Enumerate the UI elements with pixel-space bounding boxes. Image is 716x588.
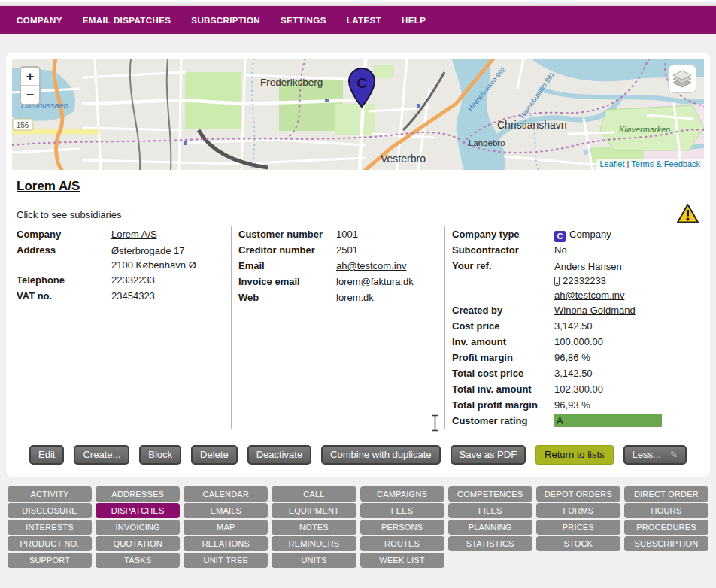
combine-with-duplicate-button[interactable]: Combine with duplicate: [321, 445, 440, 465]
tab-emails[interactable]: EMAILS: [184, 503, 268, 518]
subcontractor-value: No: [554, 242, 704, 258]
warning-icon[interactable]: [676, 203, 699, 227]
mobile-phone-icon: [554, 277, 560, 286]
tab-routes[interactable]: ROUTES: [360, 536, 444, 551]
tab-map[interactable]: MAP: [184, 520, 268, 535]
zoom-out-button[interactable]: −: [21, 86, 39, 104]
tab-disclosure[interactable]: DISCLOSURE: [8, 503, 92, 518]
customer-number-row: Customer number 1001: [238, 226, 444, 242]
tab-notes[interactable]: NOTES: [272, 520, 356, 535]
telephone-label: Telephone: [17, 272, 111, 288]
edit-button[interactable]: Edit: [29, 445, 64, 465]
customer-rating-row: Customer rating A: [452, 413, 704, 429]
less-button[interactable]: Less...✎: [623, 445, 687, 465]
tab-hours[interactable]: HOURS: [624, 503, 708, 518]
page-top-gradient: [0, 0, 716, 6]
tab-prices[interactable]: PRICES: [536, 520, 620, 535]
tab-statistics[interactable]: STATISTICS: [448, 536, 532, 551]
customer-number-value: 1001: [336, 226, 444, 242]
tab-subscription[interactable]: SUBSCRIPTION: [624, 536, 708, 551]
deactivate-button[interactable]: Deactivate: [247, 445, 311, 465]
tab-direct-order[interactable]: DIRECT ORDER: [624, 486, 708, 502]
delete-button[interactable]: Delete: [191, 445, 238, 465]
map-label-vesterbro: Vesterbro: [381, 153, 426, 165]
tab-activity[interactable]: ACTIVITY: [8, 486, 92, 502]
nav-item-settings[interactable]: SETTINGS: [281, 16, 326, 25]
nav-item-help[interactable]: HELP: [402, 16, 426, 25]
tab-addresses[interactable]: ADDRESSES: [96, 486, 180, 502]
subsidiaries-hint[interactable]: Click to see subsidiaries: [17, 209, 704, 220]
nav-item-email-dispatches[interactable]: EMAIL DISPATCHES: [83, 16, 171, 25]
create-button[interactable]: Create...: [74, 445, 129, 465]
tab-procedures[interactable]: PROCEDURES: [624, 520, 708, 535]
zoom-in-button[interactable]: +: [21, 68, 39, 86]
tab-week-list[interactable]: WEEK LIST: [360, 553, 444, 568]
tab-depot-orders[interactable]: DEPOT ORDERS: [536, 486, 620, 502]
company-row: Company Lorem A/S: [17, 226, 231, 242]
module-tab-grid: ACTIVITY ADDRESSES CALENDAR CALL CAMPAIG…: [8, 486, 708, 568]
tab-interests[interactable]: INTERESTS: [8, 520, 92, 535]
tab-forms[interactable]: FORMS: [536, 503, 620, 518]
tab-campaigns[interactable]: CAMPAIGNS: [360, 486, 444, 502]
tab-units[interactable]: UNITS: [272, 553, 356, 568]
cost-price-row: Cost price 3,142.50: [452, 318, 704, 334]
nav-item-subscription[interactable]: SUBSCRIPTION: [191, 16, 260, 25]
total-profit-margin-row: Total profit margin 96,93 %: [452, 397, 704, 413]
invoice-email-link[interactable]: lorem@faktura.dk: [336, 276, 414, 287]
page-title[interactable]: Lorem A/S: [17, 179, 80, 194]
tab-product-no[interactable]: PRODUCT NO.: [8, 536, 92, 551]
tab-stock[interactable]: STOCK: [536, 536, 620, 551]
tab-quotation[interactable]: QUOTATION: [96, 536, 180, 551]
email-link[interactable]: ah@testcom.inv: [336, 260, 406, 271]
save-as-pdf-button[interactable]: Save as PDF: [451, 445, 526, 465]
action-buttons-row: Edit Create... Block Delete Deactivate C…: [12, 445, 704, 465]
details-column-left: Company Lorem A/S Address Østerbrogade 1…: [12, 226, 232, 429]
your-ref-name: Anders Hansen: [554, 261, 622, 272]
terms-feedback-link[interactable]: Terms & Feedback: [631, 159, 700, 168]
leaflet-link[interactable]: Leaflet: [599, 159, 624, 168]
your-ref-row: Your ref. Anders Hansen 22332233 ah@test…: [452, 258, 704, 302]
map-tiles: 156 Frederiksberg Vesterbro Christiansha…: [12, 59, 704, 170]
company-type-row: Company type CCompany: [452, 226, 704, 242]
tab-relations[interactable]: RELATIONS: [184, 536, 268, 551]
tab-unit-tree[interactable]: UNIT TREE: [184, 553, 268, 568]
return-to-lists-button[interactable]: Return to lists: [535, 445, 613, 465]
company-details: Company Lorem A/S Address Østerbrogade 1…: [12, 226, 704, 429]
leaflet-map[interactable]: 156 Frederiksberg Vesterbro Christiansha…: [12, 59, 704, 170]
tab-calendar[interactable]: CALENDAR: [184, 486, 268, 502]
tab-invoicing[interactable]: INVOICING: [96, 520, 180, 535]
telephone-row: Telephone 22332233: [17, 272, 231, 288]
block-button[interactable]: Block: [139, 445, 181, 465]
nav-item-company[interactable]: COMPANY: [17, 16, 62, 25]
tab-files[interactable]: FILES: [448, 503, 532, 518]
map-label-christianshavn: Christianshavn: [497, 119, 567, 131]
tab-persons[interactable]: PERSONS: [360, 520, 444, 535]
company-type-badge-icon: C: [554, 231, 566, 242]
tab-tasks[interactable]: TASKS: [96, 553, 180, 568]
your-ref-phone: 22332233: [563, 275, 606, 286]
nav-item-latest[interactable]: LATEST: [347, 16, 381, 25]
tab-fees[interactable]: FEES: [360, 503, 444, 518]
invoice-email-row: Invoice email lorem@faktura.dk: [238, 274, 444, 289]
created-by-link[interactable]: Winona Goldmand: [554, 305, 636, 316]
subcontractor-row: Subcontractor No: [452, 242, 704, 258]
tab-dispatches[interactable]: DISPATCHES: [96, 503, 180, 518]
tab-planning[interactable]: PLANNING: [448, 520, 532, 535]
total-inv-amount-row: Total inv. amount 102,300.00: [452, 381, 704, 397]
tab-competences[interactable]: COMPETENCES: [448, 486, 532, 502]
creditor-number-row: Creditor number 2501: [238, 242, 444, 258]
tab-support[interactable]: SUPPORT: [8, 553, 92, 568]
profit-margin-row: Profit margin 96,86 %: [452, 350, 704, 365]
address-line2: 2100 København Ø: [111, 259, 196, 271]
web-link[interactable]: lorem.dk: [336, 292, 374, 303]
created-by-row: Created by Winona Goldmand: [452, 302, 704, 318]
details-column-middle: Customer number 1001 Creditor number 250…: [232, 226, 445, 429]
your-ref-email-link[interactable]: ah@testcom.inv: [554, 289, 624, 301]
inv-amount-row: Inv. amount 100,000.00: [452, 334, 704, 350]
company-link[interactable]: Lorem A/S: [111, 229, 157, 240]
map-layers-button[interactable]: [668, 65, 696, 93]
map-attribution: Leaflet | Terms & Feedback: [596, 159, 704, 170]
tab-reminders[interactable]: REMINDERS: [272, 536, 356, 551]
tab-equipment[interactable]: EQUIPMENT: [272, 503, 356, 518]
tab-call[interactable]: CALL: [272, 486, 356, 502]
